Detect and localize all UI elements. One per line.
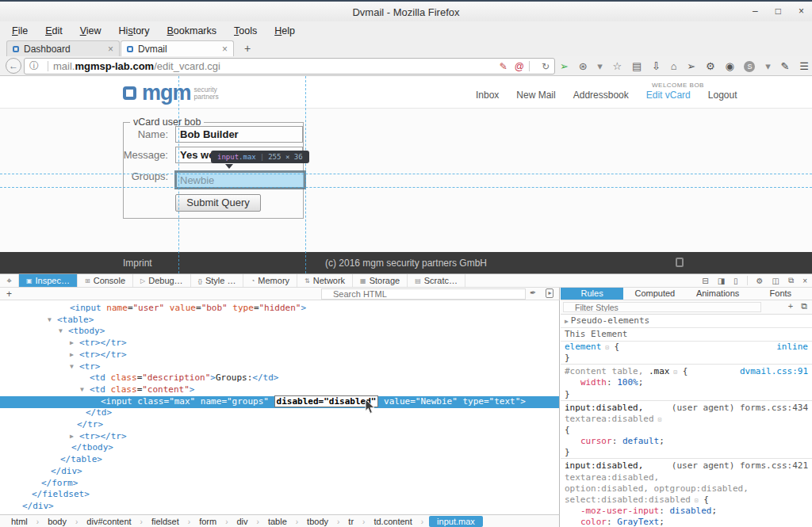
tab-close-icon[interactable]: × xyxy=(222,44,228,55)
url-text[interactable]: mail.mgmsp-lab.com/edit_vcard.cgi xyxy=(53,60,492,72)
dock-side-icon[interactable]: ◨ xyxy=(718,277,725,285)
minimize-button[interactable]: – xyxy=(753,6,758,17)
markup-line[interactable]: </form> xyxy=(0,478,560,490)
rule-source-link[interactable]: (user agent) forms.css:421 xyxy=(672,460,808,472)
twisty-closed-icon[interactable]: ▶ xyxy=(70,351,74,358)
new-tab-button[interactable]: + xyxy=(238,42,257,55)
menu-item-file[interactable]: File xyxy=(3,23,36,39)
devtools-settings-icon[interactable]: ⚙ xyxy=(756,277,764,285)
devtools-tab-debug[interactable]: ▷Debug… xyxy=(133,274,191,287)
edit-page-icon[interactable]: ✎ xyxy=(500,61,508,72)
markup-line[interactable]: </tbody> xyxy=(0,442,560,454)
split-console-icon[interactable]: ◫ xyxy=(772,277,779,285)
sidebar-tab-fonts[interactable]: Fonts xyxy=(749,288,812,300)
breadcrumb-item-tbody[interactable]: tbody xyxy=(304,516,331,527)
reload-icon[interactable]: ↻ xyxy=(542,61,550,72)
tab-dashboard[interactable]: Dashboard × xyxy=(6,40,120,56)
breadcrumb-item-tr[interactable]: tr xyxy=(345,516,357,527)
rule-source-link[interactable]: dvmail.css:91 xyxy=(740,366,808,377)
rule-source-link[interactable]: inline xyxy=(776,342,808,353)
twisty-open-icon[interactable]: ▼ xyxy=(80,386,84,393)
eyedropper-icon[interactable]: ✒ xyxy=(530,288,536,298)
twisty-open-icon[interactable]: ▼ xyxy=(70,363,74,370)
tab-dvmail[interactable]: Dvmail × xyxy=(121,40,234,56)
sphere-icon[interactable]: ◉ xyxy=(725,60,733,72)
bookmark-star-icon[interactable]: ☆ xyxy=(613,60,622,72)
twisty-open-icon[interactable]: ▼ xyxy=(48,316,52,323)
clipboard-icon[interactable]: ▤ xyxy=(632,60,642,72)
markup-line[interactable]: <td class="description">Groups:</td> xyxy=(0,372,560,384)
sidebar-tab-computed[interactable]: Computed xyxy=(623,288,686,300)
breadcrumb-item-div-content[interactable]: div#content xyxy=(83,516,134,527)
rule-gear-icon[interactable]: ⊡ xyxy=(654,416,662,423)
rule-source-link[interactable]: (user agent) forms.css:434 xyxy=(672,403,808,414)
tab-close-icon[interactable]: × xyxy=(108,44,113,55)
breadcrumb-item-body[interactable]: body xyxy=(44,516,70,527)
pseudo-elements-header[interactable]: ▶Pseudo-elements xyxy=(561,315,812,328)
rule-gear-icon[interactable]: ⊡ xyxy=(669,369,677,376)
menu-item-tools[interactable]: Tools xyxy=(225,23,266,39)
menu-item-history[interactable]: History xyxy=(110,23,159,39)
devtools-tab-inspec[interactable]: ▣Inspec… xyxy=(19,274,78,287)
markup-line[interactable]: </div> xyxy=(0,466,560,478)
responsive-mode-icon[interactable]: ▯ xyxy=(733,277,738,285)
markup-line[interactable]: <input class="max" name="groups" disable… xyxy=(0,396,560,408)
devtools-tab-storage[interactable]: ▦Storage xyxy=(353,274,408,287)
markup-line[interactable]: ▼<td class="content"> xyxy=(0,384,560,396)
close-devtools-icon[interactable]: × xyxy=(802,277,807,285)
submit-button[interactable]: Submit Query xyxy=(175,194,261,212)
breadcrumb-item-selected[interactable]: input.max xyxy=(429,516,483,527)
devtools-tab-console[interactable]: ⊞Console xyxy=(78,274,133,287)
pencil-icon[interactable]: ✎ xyxy=(781,60,790,72)
dock-bottom-icon[interactable]: ⊟ xyxy=(702,277,708,285)
send-icon[interactable]: ➢ xyxy=(687,60,695,72)
search-html-input[interactable] xyxy=(321,288,526,300)
menu-item-help[interactable]: Help xyxy=(266,23,304,39)
markup-line[interactable]: </table> xyxy=(0,454,560,466)
twisty-closed-icon[interactable]: ▶ xyxy=(70,339,74,346)
rule-gear-icon[interactable]: ⊡ xyxy=(691,497,699,504)
nav-link-new-mail[interactable]: New Mail xyxy=(516,90,555,101)
breadcrumb-item-td-content[interactable]: td.content xyxy=(370,516,415,527)
sidebar-tab-rules[interactable]: Rules xyxy=(561,288,623,300)
menu-item-edit[interactable]: Edit xyxy=(36,23,71,39)
plugin-icon[interactable]: ➢ xyxy=(560,60,569,72)
sidebar-tab-animations[interactable]: Animations xyxy=(687,288,749,300)
markup-line[interactable]: </td> xyxy=(0,407,560,419)
add-node-button[interactable]: + xyxy=(6,288,12,300)
back-button[interactable]: ← xyxy=(6,58,21,74)
pick-element-icon[interactable]: ⌖ xyxy=(0,274,19,287)
twisty-open-icon[interactable]: ▼ xyxy=(59,327,63,334)
account-badge-icon[interactable]: S xyxy=(744,61,755,72)
markup-line[interactable]: ▶<tr></tr> xyxy=(0,338,560,349)
windows-icon[interactable]: ⧉ xyxy=(788,276,794,285)
markup-line[interactable]: </tr> xyxy=(0,419,560,431)
settings-gear-icon[interactable]: ⚙ xyxy=(706,60,715,72)
nav-link-inbox[interactable]: Inbox xyxy=(476,90,499,101)
chevron-down-icon[interactable]: ▾ xyxy=(765,60,771,72)
maximize-button[interactable]: □ xyxy=(776,6,781,17)
debian-icon[interactable]: @ xyxy=(515,61,524,72)
chevron-down-icon[interactable]: ▾ xyxy=(597,60,603,72)
name-input[interactable] xyxy=(175,126,303,143)
devtools-tab-scratc[interactable]: ▤Scratc… xyxy=(408,274,465,287)
home-icon[interactable]: ⌂ xyxy=(671,60,677,72)
markup-line[interactable]: ▼<tbody> xyxy=(0,326,560,338)
breadcrumb-item-html[interactable]: html xyxy=(8,516,31,527)
nav-link-edit-vcard[interactable]: Edit vCard xyxy=(646,90,691,101)
filter-styles-input[interactable] xyxy=(563,302,761,312)
url-bar[interactable]: ⓘ mail.mgmsp-lab.com/edit_vcard.cgi ✎@↻ xyxy=(24,58,555,74)
breadcrumb-item-table[interactable]: table xyxy=(265,516,290,527)
markup-line[interactable]: ▼<tr> xyxy=(0,361,560,373)
pseudo-class-panel-icon[interactable]: ⧉ xyxy=(801,301,807,311)
markup-line[interactable]: ▶<tr></tr> xyxy=(0,349,560,361)
menu-item-bookmarks[interactable]: Bookmarks xyxy=(159,23,226,39)
devtools-tab-memory[interactable]: ◔Memory xyxy=(243,274,297,287)
markup-line[interactable]: ▼<table> xyxy=(0,315,560,327)
add-rule-icon[interactable]: + xyxy=(788,301,793,311)
markup-line[interactable]: </fieldset> xyxy=(0,489,560,501)
devtools-tab-network[interactable]: ⇅Network xyxy=(297,274,353,287)
site-info-icon[interactable]: ⓘ xyxy=(29,59,39,73)
display-frame-icon[interactable]: ▸ xyxy=(546,288,553,298)
markup-line[interactable]: ▶<tr></tr> xyxy=(0,431,560,443)
